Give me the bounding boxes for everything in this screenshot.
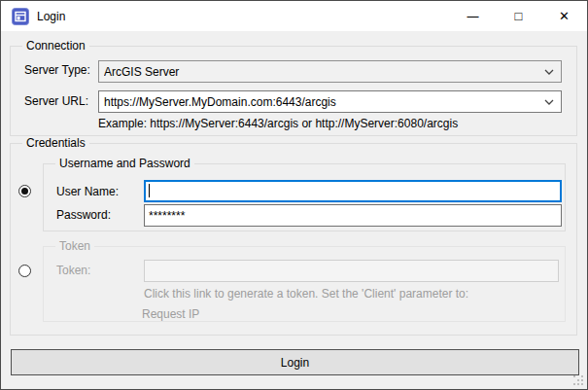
chevron-down-icon <box>544 99 554 105</box>
server-url-example-text: Example: https://MyServer:6443/arcgis or… <box>98 117 458 130</box>
server-url-combobox[interactable]: https://MyServer.MyDomain.com:6443/arcgi… <box>98 90 562 113</box>
username-password-group-label: Username and Password <box>55 157 194 170</box>
app-icon <box>12 8 29 25</box>
server-type-dropdown[interactable]: ArcGIS Server <box>98 60 562 83</box>
server-type-value: ArcGIS Server <box>104 65 544 79</box>
connection-group-label: Connection <box>22 39 89 53</box>
password-label: Password: <box>56 208 111 222</box>
token-input <box>144 260 559 282</box>
server-url-label: Server URL: <box>24 94 88 108</box>
chevron-down-icon <box>544 69 554 75</box>
close-button[interactable]: ✕ <box>541 1 587 31</box>
username-label: User Name: <box>56 185 119 198</box>
token-hint-text: Click this link to generate a token. Set… <box>144 287 468 301</box>
username-input[interactable] <box>144 180 562 202</box>
password-input[interactable] <box>144 204 562 227</box>
resize-grip-icon[interactable] <box>573 375 575 377</box>
maximize-button[interactable]: □ <box>496 1 541 31</box>
credentials-group-label: Credentials <box>22 136 89 150</box>
title-bar[interactable]: Login — □ ✕ <box>1 1 587 31</box>
text-cursor <box>149 184 150 197</box>
token-label: Token: <box>56 264 90 277</box>
minimize-button[interactable]: — <box>450 1 496 31</box>
token-request-ip-link: Request IP <box>142 307 199 321</box>
token-groupbox: Token <box>43 246 566 322</box>
login-dialog: Login — □ ✕ Connection Server Type: ArcG… <box>0 0 588 390</box>
token-radio[interactable] <box>18 265 31 277</box>
token-group-label: Token <box>55 239 94 253</box>
window-title: Login <box>37 10 65 23</box>
login-button[interactable]: Login <box>11 349 579 375</box>
server-type-label: Server Type: <box>24 63 90 77</box>
username-password-radio[interactable] <box>18 185 31 197</box>
server-url-value: https://MyServer.MyDomain.com:6443/arcgi… <box>104 95 544 109</box>
